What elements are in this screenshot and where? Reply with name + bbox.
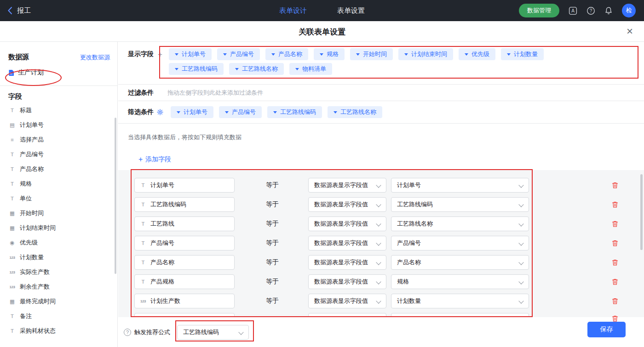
field-chip[interactable]: 计划单号 bbox=[169, 48, 212, 60]
source-type-select[interactable]: 数据源表显示字段值 bbox=[308, 216, 386, 231]
source-field-select[interactable]: 计划数量 bbox=[391, 294, 529, 308]
source-type-select[interactable]: 数据源表显示字段值 bbox=[308, 178, 386, 193]
target-field-input[interactable]: 123 计划生产数 bbox=[134, 294, 235, 308]
field-chip[interactable]: 工艺路线名称 bbox=[229, 63, 284, 75]
source-field-select[interactable]: 计划单号 bbox=[391, 178, 529, 193]
sidebar-field-item[interactable]: ◉ 优先级 bbox=[0, 235, 117, 250]
delete-row-button[interactable] bbox=[611, 182, 619, 189]
field-chip[interactable]: 计划结束时间 bbox=[398, 48, 453, 60]
field-chip[interactable]: 产品编号 bbox=[217, 48, 260, 60]
delete-row-button[interactable] bbox=[611, 239, 619, 247]
target-field-input[interactable]: T 产品编号 bbox=[134, 236, 235, 250]
fill-rules-list: T 计划单号 等于 数据源表显示字段值 计划单号 T 工艺路线编码 等于 数据源… bbox=[118, 176, 644, 311]
sidebar-field-item[interactable]: ▤ 计划单号 bbox=[0, 118, 117, 132]
sidebar-scrollbar[interactable] bbox=[115, 118, 116, 274]
sidebar-field-item[interactable]: ▦ 开始时间 bbox=[0, 206, 117, 221]
delete-row-button[interactable] bbox=[611, 201, 619, 208]
sidebar-field-item[interactable]: 123 剩余生产数 bbox=[0, 279, 117, 294]
sidebar-field-item[interactable]: T 备注 bbox=[0, 309, 117, 324]
field-type-icon: T bbox=[8, 166, 16, 172]
sidebar-field-item[interactable]: 123 计划数量 bbox=[0, 250, 117, 265]
filter-dropzone[interactable]: 拖动左侧字段到此处来添加过滤条件 bbox=[167, 89, 263, 97]
translate-icon[interactable]: A bbox=[569, 6, 577, 15]
field-chip[interactable]: 产品编号 bbox=[219, 106, 262, 118]
sidebar-field-item[interactable]: ≡ 选择产品 bbox=[0, 132, 117, 147]
sidebar-field-item[interactable]: T 采购耗材状态 bbox=[0, 324, 117, 338]
delete-row-button[interactable] bbox=[611, 278, 619, 285]
chip-label: 物料清单 bbox=[302, 65, 326, 73]
field-type-icon: T bbox=[140, 240, 146, 246]
sidebar-field-item[interactable]: ▦ 计划结束时间 bbox=[0, 221, 117, 235]
source-field-select[interactable]: 工艺路线名称 bbox=[391, 216, 529, 231]
field-chip[interactable]: 产品名称 bbox=[265, 48, 308, 60]
bell-icon[interactable] bbox=[604, 6, 613, 15]
field-label: 标题 bbox=[20, 106, 32, 114]
add-display-field-button[interactable]: + bbox=[158, 51, 162, 58]
save-button[interactable]: 保存 bbox=[587, 322, 626, 337]
field-chip[interactable]: 工艺路线名称 bbox=[328, 106, 382, 118]
source-type-select[interactable]: 数据源表显示字段值 bbox=[308, 274, 386, 289]
field-label: 选择产品 bbox=[20, 136, 44, 144]
change-datasource-link[interactable]: 更改数据源 bbox=[80, 53, 110, 62]
screen-condition-chips: 计划单号 产品编号 工艺路线编码 工艺路线名称 bbox=[171, 106, 382, 118]
target-field-input[interactable]: T 产品规格 bbox=[134, 274, 235, 289]
field-chip[interactable]: 工艺路线编码 bbox=[267, 106, 322, 118]
target-field-label: 计划生产数 bbox=[150, 297, 180, 305]
delete-row-button[interactable] bbox=[611, 315, 619, 324]
sidebar-field-item[interactable]: T 产品编号 bbox=[0, 147, 117, 162]
field-label: 最终完成时间 bbox=[20, 297, 56, 306]
source-field-select[interactable]: 产品编号 bbox=[391, 236, 529, 250]
delete-row-button[interactable] bbox=[611, 297, 619, 305]
field-type-icon: 123 bbox=[140, 299, 146, 303]
field-chip[interactable]: 开始时间 bbox=[350, 48, 393, 60]
sidebar-field-item[interactable]: T 规格 bbox=[0, 176, 117, 191]
chevron-down-icon bbox=[271, 53, 275, 56]
delete-row-button[interactable] bbox=[611, 220, 619, 228]
back-button[interactable] bbox=[7, 6, 12, 15]
field-chip[interactable]: 工艺路线编码 bbox=[169, 63, 224, 75]
source-type-select[interactable]: 数据源表显示字段值 bbox=[308, 255, 386, 270]
tab-form-design[interactable]: 表单设计 bbox=[279, 0, 307, 21]
source-field-select[interactable]: 工艺路线编码 bbox=[391, 197, 529, 212]
target-field-input[interactable]: T 工艺路线 bbox=[134, 216, 235, 231]
source-type-select[interactable]: 数据源表显示字段值 bbox=[308, 294, 386, 308]
sidebar-field-item[interactable]: T 单位 bbox=[0, 191, 117, 206]
source-type-select[interactable]: 数据源表显示字段值 bbox=[308, 236, 386, 250]
target-field-input[interactable]: T 工艺路线编码 bbox=[134, 197, 235, 212]
add-field-link[interactable]: + 添加字段 bbox=[138, 155, 171, 164]
gear-icon[interactable] bbox=[157, 109, 163, 115]
display-fields-section: 显示字段 + 计划单号 产品编号 产品名称 规格 开始时间 计划结束时间 优先级… bbox=[118, 42, 644, 84]
chip-label: 产品编号 bbox=[230, 50, 254, 58]
sidebar-field-item[interactable]: T 标题 bbox=[0, 103, 117, 118]
source-field-select[interactable]: 产品名称 bbox=[391, 255, 529, 270]
field-chip[interactable]: 物料清单 bbox=[289, 63, 332, 75]
target-field-label: 产品名称 bbox=[150, 258, 174, 267]
chip-label: 开始时间 bbox=[363, 50, 387, 58]
avatar[interactable]: 检 bbox=[622, 4, 636, 17]
field-label: 产品编号 bbox=[20, 150, 44, 159]
sidebar-field-item[interactable]: ▦ 最终完成时间 bbox=[0, 294, 117, 309]
field-chip[interactable]: 计划数量 bbox=[501, 48, 544, 60]
data-manage-button[interactable]: 数据管理 bbox=[519, 4, 559, 17]
close-icon[interactable]: × bbox=[627, 25, 633, 38]
datasource-item[interactable]: 生产计划 bbox=[0, 64, 117, 81]
datasource-label: 数据源 bbox=[8, 53, 29, 62]
trigger-field-select[interactable]: 工艺路线编码 bbox=[177, 325, 249, 340]
field-chip[interactable]: 优先级 bbox=[459, 48, 495, 60]
source-type-select[interactable]: 数据源表显示字段值 bbox=[308, 197, 386, 212]
sidebar-field-item[interactable]: T 产品名称 bbox=[0, 162, 117, 176]
target-field-input[interactable]: T 产品名称 bbox=[134, 255, 235, 270]
chevron-down-icon bbox=[404, 53, 408, 56]
sidebar-field-item[interactable]: 123 实际生产数 bbox=[0, 265, 117, 279]
field-type-icon: T bbox=[140, 279, 146, 284]
field-chip[interactable]: 计划单号 bbox=[171, 106, 213, 118]
help-icon[interactable]: ? bbox=[586, 6, 595, 15]
field-chip[interactable]: 规格 bbox=[314, 48, 345, 60]
chevron-down-icon bbox=[507, 53, 511, 56]
field-label: 优先级 bbox=[20, 239, 38, 247]
rules-scrollbar[interactable] bbox=[640, 174, 643, 250]
delete-row-button[interactable] bbox=[611, 259, 619, 266]
target-field-input[interactable]: T 计划单号 bbox=[134, 178, 235, 193]
tab-form-settings[interactable]: 表单设置 bbox=[337, 0, 365, 21]
source-field-select[interactable]: 规格 bbox=[391, 274, 529, 289]
